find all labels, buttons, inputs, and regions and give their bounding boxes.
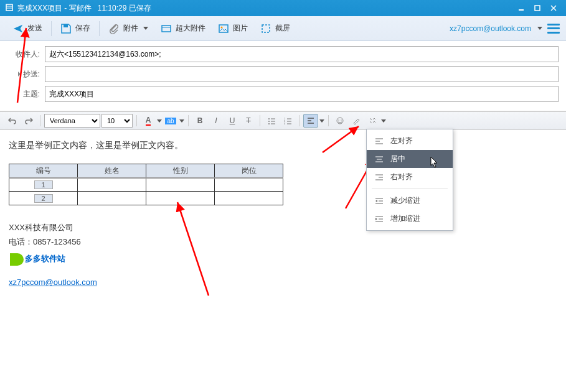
save-button[interactable]: 保存 [54,21,97,37]
size-select[interactable]: 10 [101,114,133,128]
body-table: 编号 姓名 性别 岗位 1 2 [9,164,283,205]
menu-item-label: 居中 [390,154,405,164]
header-fields: 收件人: 抄送: 主题: [0,41,566,111]
clear-format-button[interactable] [349,114,364,128]
table-header-row: 编号 姓名 性别 岗位 [9,164,283,178]
body-paragraph: 这里是举例正文内容，这里是举例正文内容。 [9,140,557,151]
svg-point-13 [268,118,270,119]
email-body[interactable]: 这里是举例正文内容，这里是举例正文内容。 编号 姓名 性别 岗位 1 2 XXX… [0,130,566,300]
image-icon [218,23,229,34]
menu-item-outdent[interactable]: 减少缩进 [367,192,453,210]
menu-icon[interactable] [547,24,560,34]
align-dropdown-menu: 左对齐 居中 右对齐 减少缩进 增加缩进 [366,129,453,231]
svg-text:多多软件站: 多多软件站 [25,254,65,263]
svg-rect-10 [219,25,228,32]
svg-point-17 [268,123,270,124]
save-icon [60,23,72,34]
undo-button[interactable] [5,114,20,128]
menu-item-label: 左对齐 [390,136,413,146]
align-left-icon [374,137,384,146]
table-header: 姓名 [78,164,146,178]
svg-rect-0 [6,4,12,11]
table-row: 2 [9,192,283,205]
chevron-down-icon[interactable] [178,114,184,128]
image-label: 图片 [233,23,248,34]
image-button[interactable]: 图片 [212,21,254,37]
table-header: 性别 [146,164,215,178]
maximize-button[interactable] [530,2,545,14]
menu-item-indent[interactable]: 增加缩进 [367,210,453,228]
table-header: 岗位 [215,164,283,178]
svg-rect-8 [162,26,171,32]
chevron-down-icon [537,27,542,30]
window-title: 完成XXX项目 - 写邮件 11:10:29 已保存 [17,3,514,14]
bullet-list-button[interactable] [264,114,279,128]
expand-cc-icon [17,71,22,77]
number-list-button[interactable]: 123 [280,114,295,128]
menu-item-align-center[interactable]: 居中 [367,150,453,168]
indent-icon [374,215,384,223]
screenshot-icon [260,23,271,34]
window-titlebar: 完成XXX项目 - 写邮件 11:10:29 已保存 [0,0,566,16]
subject-label: 主题: [7,89,45,100]
sig-email-link[interactable]: xz7pccom@outlook.com [9,278,97,287]
send-label: 发送 [27,23,42,34]
highlight-button[interactable]: ab [163,114,178,128]
bigattach-icon [161,23,172,34]
screenshot-label: 截屏 [275,23,290,34]
svg-point-11 [221,26,223,28]
attach-label: 附件 [123,23,138,34]
svg-rect-7 [64,24,68,27]
sig-logo: 多多软件站 [9,252,557,273]
svg-point-30 [341,119,341,120]
send-button[interactable]: 发送 [6,21,49,37]
bigattach-button[interactable]: 超大附件 [154,21,212,37]
font-color-button[interactable]: A [141,114,156,128]
align-button[interactable] [303,114,318,128]
signature: XXX科技有限公司 电话：0857-123456 多多软件站 xz7pccom@… [9,220,557,290]
main-toolbar: 发送 保存 附件 超大附件 图片 截屏 xz7pccom@outlook.com [0,16,566,41]
align-right-icon [374,173,384,182]
to-label: 收件人: [7,49,45,60]
align-center-icon [374,155,384,164]
sig-company: XXX科技有限公司 [9,220,557,235]
attach-button[interactable]: 附件 [102,21,154,37]
cc-input[interactable] [45,66,559,82]
bold-button[interactable]: B [192,114,207,128]
save-label: 保存 [75,23,90,34]
italic-button[interactable]: I [209,114,224,128]
font-select[interactable]: Verdana [44,114,100,128]
to-input[interactable] [45,46,559,62]
table-row: 1 [9,178,283,192]
menu-item-label: 增加缩进 [390,213,420,224]
chevron-down-icon[interactable] [318,114,324,128]
underline-button[interactable]: U [225,114,240,128]
strike-button[interactable]: T [241,114,256,128]
screenshot-button[interactable]: 截屏 [254,21,296,37]
send-icon [12,23,24,34]
chevron-down-icon [143,27,148,30]
redo-button[interactable] [21,114,36,128]
svg-rect-4 [535,6,540,11]
minimize-button[interactable] [514,2,529,14]
svg-point-29 [338,119,339,120]
close-button[interactable] [546,2,561,14]
bigattach-label: 超大附件 [176,23,205,34]
svg-rect-12 [262,25,270,32]
paperclip-icon [108,23,120,34]
chevron-down-icon[interactable] [156,114,162,128]
subject-input[interactable] [45,86,559,102]
table-header: 编号 [9,164,78,178]
svg-text:3: 3 [284,122,286,125]
chevron-down-icon[interactable] [380,114,386,128]
app-icon [5,3,14,14]
menu-item-label: 减少缩进 [390,195,420,206]
svg-point-15 [268,121,270,122]
menu-item-align-right[interactable]: 右对齐 [367,168,453,186]
menu-item-align-left[interactable]: 左对齐 [367,132,453,150]
outdent-icon [374,197,384,205]
emoji-button[interactable] [333,114,347,128]
more-button[interactable] [365,114,380,128]
cc-label[interactable]: 抄送: [7,69,45,80]
account-label[interactable]: xz7pccom@outlook.com [450,24,531,33]
